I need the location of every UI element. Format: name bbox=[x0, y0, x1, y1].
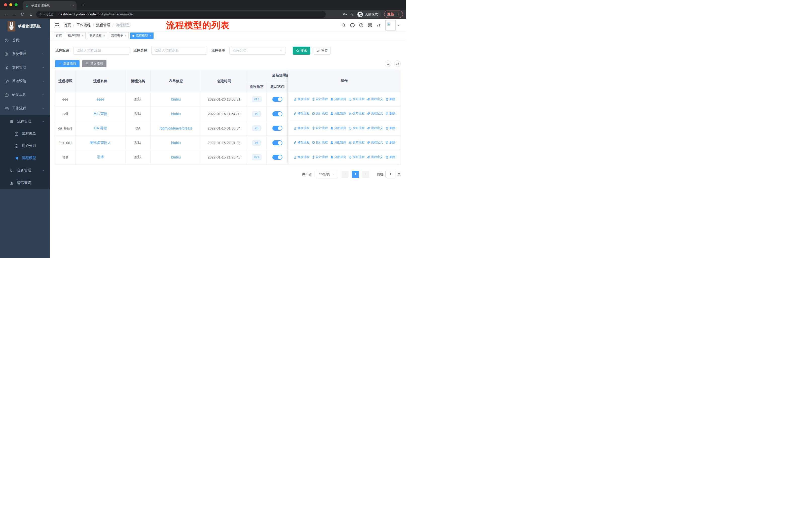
close-icon[interactable]: × bbox=[125, 34, 126, 37]
version-badge[interactable]: v17 bbox=[252, 97, 262, 102]
model-name-link[interactable]: eeee bbox=[96, 97, 104, 101]
browser-tab[interactable]: 芋道管理系统 × bbox=[23, 1, 77, 9]
active-toggle[interactable] bbox=[272, 155, 283, 160]
close-icon[interactable]: × bbox=[149, 34, 151, 37]
import-model-button[interactable]: 导入流程 bbox=[82, 60, 107, 67]
back-icon[interactable]: ← bbox=[3, 11, 9, 18]
window-close-button[interactable] bbox=[4, 3, 7, 6]
process-key-input[interactable] bbox=[73, 47, 129, 55]
sidebar-item-task-manage[interactable]: 任务管理 bbox=[0, 164, 50, 176]
action-design-model[interactable]: 设计流程 bbox=[312, 97, 328, 101]
action-delete-model[interactable]: 删除 bbox=[385, 111, 396, 116]
action-edit-model[interactable]: 修改流程 bbox=[293, 155, 310, 159]
page-number[interactable]: 1 bbox=[352, 171, 359, 178]
version-badge[interactable]: v4 bbox=[253, 140, 261, 146]
sidebar-item-payment-manage[interactable]: 支付管理 bbox=[0, 61, 50, 74]
action-edit-model[interactable]: 修改流程 bbox=[293, 140, 310, 145]
toggle-search-button[interactable] bbox=[385, 60, 391, 67]
goto-page-input[interactable] bbox=[385, 171, 396, 178]
next-page-button[interactable] bbox=[362, 171, 369, 178]
model-name-link[interactable]: 自己审批 bbox=[93, 112, 108, 116]
sidebar-item-process-form[interactable]: 流程表单 bbox=[0, 128, 50, 140]
bookmark-star-icon[interactable]: ☆ bbox=[350, 12, 354, 17]
avatar[interactable] bbox=[385, 20, 396, 30]
refresh-table-button[interactable] bbox=[394, 60, 401, 67]
action-assign-rule[interactable]: 分配规则 bbox=[330, 97, 346, 101]
breadcrumb-item[interactable]: 流程管理 bbox=[96, 23, 110, 27]
version-badge[interactable]: v2 bbox=[253, 111, 261, 117]
github-icon[interactable] bbox=[350, 23, 355, 27]
active-toggle[interactable] bbox=[272, 126, 283, 131]
action-process-definition[interactable]: 流程定义 bbox=[367, 97, 383, 101]
security-label[interactable]: 不安全 bbox=[44, 12, 53, 17]
action-delete-model[interactable]: 删除 bbox=[385, 97, 396, 101]
tag-流程表单[interactable]: 流程表单× bbox=[109, 32, 128, 39]
url-bar[interactable]: ⚠ 不安全 dashboard.yudao.iocoder.cn/bpm/man… bbox=[36, 11, 326, 18]
hamburger-icon[interactable] bbox=[55, 23, 59, 27]
action-design-model[interactable]: 设计流程 bbox=[312, 126, 328, 130]
action-process-definition[interactable]: 流程定义 bbox=[367, 140, 383, 145]
action-design-model[interactable]: 设计流程 bbox=[312, 140, 328, 145]
action-edit-model[interactable]: 修改流程 bbox=[293, 97, 310, 101]
active-toggle[interactable] bbox=[272, 97, 283, 102]
tag-我的流程[interactable]: 我的流程× bbox=[87, 32, 107, 39]
form-info-link[interactable]: /bpm/oa/leave/create bbox=[160, 126, 193, 130]
version-badge[interactable]: v21 bbox=[252, 155, 262, 160]
home-icon[interactable]: ⌂ bbox=[28, 11, 34, 18]
sidebar-item-user-group[interactable]: 用户分组 bbox=[0, 140, 50, 152]
chevron-down-icon[interactable]: ▾ bbox=[398, 24, 400, 27]
form-info-link[interactable]: biubiu bbox=[171, 141, 180, 145]
new-tab-button[interactable]: + bbox=[80, 2, 86, 8]
reset-button[interactable]: 重置 bbox=[314, 47, 331, 55]
action-process-definition[interactable]: 流程定义 bbox=[367, 155, 383, 159]
model-name-link[interactable]: OA 请假 bbox=[94, 126, 107, 130]
tag-流程模型[interactable]: 流程模型× bbox=[130, 32, 153, 39]
action-edit-model[interactable]: 修改流程 bbox=[293, 126, 310, 130]
browser-menu-icon[interactable]: ⋮ bbox=[397, 12, 400, 17]
help-icon[interactable] bbox=[359, 23, 364, 27]
sidebar-item-system-manage[interactable]: 系统管理 bbox=[0, 47, 50, 61]
action-publish-model[interactable]: 发布流程 bbox=[349, 126, 365, 130]
action-delete-model[interactable]: 删除 bbox=[385, 155, 396, 159]
action-process-definition[interactable]: 流程定义 bbox=[367, 126, 383, 130]
key-icon[interactable] bbox=[343, 12, 347, 17]
sidebar-item-process-manage[interactable]: 流程管理 bbox=[0, 115, 50, 128]
action-design-model[interactable]: 设计流程 bbox=[312, 155, 328, 159]
active-toggle[interactable] bbox=[272, 140, 283, 145]
window-zoom-button[interactable] bbox=[14, 3, 18, 6]
category-select[interactable]: 流程分类 bbox=[229, 47, 285, 55]
action-publish-model[interactable]: 发布流程 bbox=[349, 97, 365, 101]
sidebar-item-dev-tools[interactable]: 研发工具 bbox=[0, 88, 50, 102]
model-name-link[interactable]: 测试多审批人 bbox=[90, 141, 111, 145]
tab-close-icon[interactable]: × bbox=[72, 3, 74, 7]
action-assign-rule[interactable]: 分配规则 bbox=[330, 140, 346, 145]
action-publish-model[interactable]: 发布流程 bbox=[349, 155, 365, 159]
tag-租户管理[interactable]: 租户管理× bbox=[66, 32, 86, 39]
form-info-link[interactable]: biubiu bbox=[171, 97, 180, 101]
sidebar-item-process-model[interactable]: 流程模型 bbox=[0, 152, 50, 164]
action-assign-rule[interactable]: 分配规则 bbox=[330, 111, 346, 116]
chrome-update-button[interactable]: 更新 ⋮ bbox=[384, 10, 403, 18]
process-name-input[interactable] bbox=[151, 47, 207, 55]
action-publish-model[interactable]: 发布流程 bbox=[349, 140, 365, 145]
breadcrumb-item[interactable]: 工作流程 bbox=[77, 23, 91, 27]
window-minimize-button[interactable] bbox=[9, 3, 12, 6]
form-info-link[interactable]: biubiu bbox=[171, 112, 180, 116]
action-process-definition[interactable]: 流程定义 bbox=[367, 111, 383, 116]
close-icon[interactable]: × bbox=[82, 34, 83, 37]
breadcrumb-item[interactable]: 首页 bbox=[64, 23, 71, 27]
action-assign-rule[interactable]: 分配规则 bbox=[330, 155, 346, 159]
create-model-button[interactable]: 新建流程 bbox=[55, 60, 80, 67]
search-icon[interactable] bbox=[341, 23, 346, 27]
active-toggle[interactable] bbox=[272, 111, 283, 116]
forward-icon[interactable]: → bbox=[11, 11, 18, 18]
sidebar-item-home[interactable]: 首页 bbox=[0, 33, 50, 47]
fontsize-icon[interactable] bbox=[377, 23, 381, 27]
fullscreen-icon[interactable] bbox=[368, 23, 372, 27]
action-publish-model[interactable]: 发布流程 bbox=[349, 111, 365, 116]
action-design-model[interactable]: 设计流程 bbox=[312, 111, 328, 116]
model-name-link[interactable]: 滔博 bbox=[97, 155, 104, 159]
prev-page-button[interactable] bbox=[342, 171, 349, 178]
action-delete-model[interactable]: 删除 bbox=[385, 126, 396, 130]
action-edit-model[interactable]: 修改流程 bbox=[293, 111, 310, 116]
